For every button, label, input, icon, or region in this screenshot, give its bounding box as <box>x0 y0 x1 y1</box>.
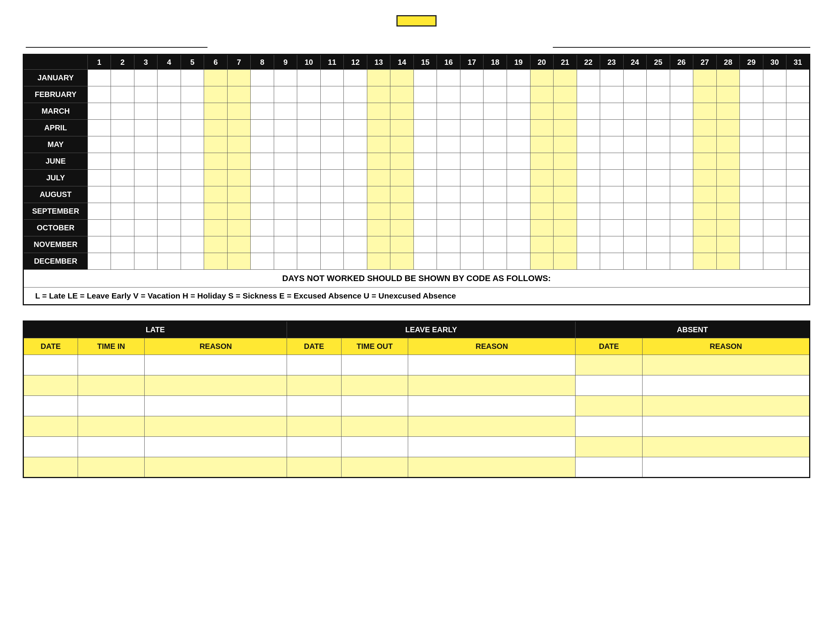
cell-february-20[interactable] <box>530 86 553 103</box>
cell-january-1[interactable] <box>87 70 111 86</box>
cell-october-3[interactable] <box>134 220 158 237</box>
cell-june-23[interactable] <box>600 153 624 170</box>
cell-march-21[interactable] <box>553 103 577 120</box>
cell-june-1[interactable] <box>87 153 111 170</box>
cell-february-24[interactable] <box>623 86 647 103</box>
cell-march-28[interactable] <box>716 103 740 120</box>
cell-may-17[interactable] <box>460 136 484 153</box>
cell-june-3[interactable] <box>134 153 158 170</box>
late-cell-r4-c2[interactable] <box>145 437 287 457</box>
cell-september-14[interactable] <box>391 203 414 220</box>
cell-april-7[interactable] <box>227 120 251 136</box>
cell-may-24[interactable] <box>623 136 647 153</box>
cell-january-23[interactable] <box>600 70 624 86</box>
le-cell-r2-c1[interactable] <box>341 396 408 416</box>
cell-june-14[interactable] <box>391 153 414 170</box>
cell-march-2[interactable] <box>111 103 134 120</box>
cell-january-14[interactable] <box>391 70 414 86</box>
cell-august-6[interactable] <box>204 187 228 203</box>
cell-february-28[interactable] <box>716 86 740 103</box>
cell-october-13[interactable] <box>367 220 391 237</box>
cell-february-13[interactable] <box>367 86 391 103</box>
cell-may-26[interactable] <box>670 136 693 153</box>
le-cell-r1-c0[interactable] <box>287 375 341 396</box>
cell-january-4[interactable] <box>158 70 181 86</box>
late-cell-r3-c1[interactable] <box>78 416 145 437</box>
cell-november-12[interactable] <box>344 237 367 253</box>
cell-june-16[interactable] <box>437 153 460 170</box>
cell-september-4[interactable] <box>158 203 181 220</box>
late-cell-r5-c0[interactable] <box>24 457 78 478</box>
cell-august-9[interactable] <box>274 187 297 203</box>
absent-cell-r3-c1[interactable] <box>643 416 810 437</box>
cell-may-2[interactable] <box>111 136 134 153</box>
cell-october-4[interactable] <box>158 220 181 237</box>
cell-november-9[interactable] <box>274 237 297 253</box>
cell-november-16[interactable] <box>437 237 460 253</box>
cell-april-29[interactable] <box>740 120 763 136</box>
cell-february-7[interactable] <box>227 86 251 103</box>
cell-june-26[interactable] <box>670 153 693 170</box>
cell-december-12[interactable] <box>344 253 367 270</box>
absent-cell-r4-c1[interactable] <box>643 437 810 457</box>
cell-august-1[interactable] <box>87 187 111 203</box>
late-cell-r4-c0[interactable] <box>24 437 78 457</box>
cell-june-31[interactable] <box>786 153 810 170</box>
cell-december-24[interactable] <box>623 253 647 270</box>
late-cell-r1-c2[interactable] <box>145 375 287 396</box>
cell-april-28[interactable] <box>716 120 740 136</box>
cell-january-2[interactable] <box>111 70 134 86</box>
cell-october-6[interactable] <box>204 220 228 237</box>
absent-cell-r3-c0[interactable] <box>576 416 643 437</box>
cell-october-26[interactable] <box>670 220 693 237</box>
cell-june-11[interactable] <box>320 153 344 170</box>
cell-may-15[interactable] <box>413 136 437 153</box>
cell-march-3[interactable] <box>134 103 158 120</box>
cell-june-27[interactable] <box>693 153 717 170</box>
cell-february-15[interactable] <box>413 86 437 103</box>
cell-august-29[interactable] <box>740 187 763 203</box>
cell-december-28[interactable] <box>716 253 740 270</box>
cell-november-23[interactable] <box>600 237 624 253</box>
cell-february-19[interactable] <box>507 86 531 103</box>
cell-february-10[interactable] <box>297 86 321 103</box>
cell-january-19[interactable] <box>507 70 531 86</box>
cell-july-17[interactable] <box>460 170 484 187</box>
cell-october-7[interactable] <box>227 220 251 237</box>
cell-february-17[interactable] <box>460 86 484 103</box>
cell-october-18[interactable] <box>484 220 507 237</box>
cell-february-30[interactable] <box>763 86 786 103</box>
cell-september-8[interactable] <box>251 203 274 220</box>
cell-july-15[interactable] <box>413 170 437 187</box>
cell-august-21[interactable] <box>553 187 577 203</box>
cell-february-21[interactable] <box>553 86 577 103</box>
cell-august-2[interactable] <box>111 187 134 203</box>
cell-august-27[interactable] <box>693 187 717 203</box>
cell-february-9[interactable] <box>274 86 297 103</box>
cell-october-20[interactable] <box>530 220 553 237</box>
cell-september-16[interactable] <box>437 203 460 220</box>
absent-cell-r2-c1[interactable] <box>643 396 810 416</box>
absent-cell-r4-c0[interactable] <box>576 437 643 457</box>
cell-july-13[interactable] <box>367 170 391 187</box>
cell-april-25[interactable] <box>647 120 670 136</box>
cell-october-24[interactable] <box>623 220 647 237</box>
cell-july-24[interactable] <box>623 170 647 187</box>
cell-july-22[interactable] <box>577 170 600 187</box>
cell-august-14[interactable] <box>391 187 414 203</box>
cell-october-1[interactable] <box>87 220 111 237</box>
cell-november-28[interactable] <box>716 237 740 253</box>
cell-april-15[interactable] <box>413 120 437 136</box>
cell-september-7[interactable] <box>227 203 251 220</box>
late-cell-r5-c2[interactable] <box>145 457 287 478</box>
cell-march-18[interactable] <box>484 103 507 120</box>
cell-june-10[interactable] <box>297 153 321 170</box>
cell-march-23[interactable] <box>600 103 624 120</box>
cell-june-9[interactable] <box>274 153 297 170</box>
cell-march-29[interactable] <box>740 103 763 120</box>
cell-january-31[interactable] <box>786 70 810 86</box>
cell-december-7[interactable] <box>227 253 251 270</box>
cell-february-25[interactable] <box>647 86 670 103</box>
cell-december-25[interactable] <box>647 253 670 270</box>
le-cell-r5-c1[interactable] <box>341 457 408 478</box>
